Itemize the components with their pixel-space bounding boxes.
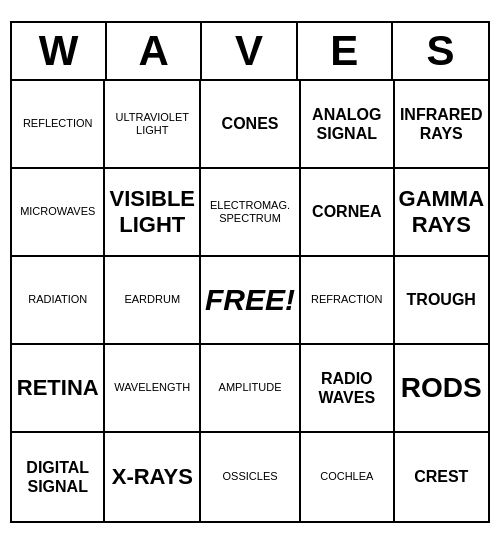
bingo-cell: OSSICLES [201,433,301,521]
bingo-cell: ULTRAVIOLET LIGHT [105,81,201,169]
cell-text: Free! [205,282,295,318]
cell-text: CREST [414,467,468,486]
cell-text: ULTRAVIOLET LIGHT [109,111,195,137]
cell-text: REFLECTION [23,117,93,130]
bingo-grid: REFLECTIONULTRAVIOLET LIGHTCONESANALOG S… [12,81,488,521]
bingo-cell: Free! [201,257,301,345]
bingo-cell: INFRARED RAYS [395,81,488,169]
bingo-cell: CORNEA [301,169,394,257]
bingo-cell: RETINA [12,345,105,433]
bingo-cell: EARDRUM [105,257,201,345]
cell-text: RETINA [17,375,99,401]
bingo-cell: CREST [395,433,488,521]
bingo-cell: RADIO WAVES [301,345,394,433]
cell-text: X-RAYS [112,464,193,490]
bingo-cell: GAMMA RAYS [395,169,488,257]
cell-text: VISIBLE LIGHT [109,186,195,239]
bingo-cell: X-RAYS [105,433,201,521]
cell-text: DIGITAL SIGNAL [16,458,99,496]
bingo-card: WAVES REFLECTIONULTRAVIOLET LIGHTCONESAN… [10,21,490,523]
header-letter: A [107,23,202,79]
bingo-cell: COCHLEA [301,433,394,521]
bingo-cell: MICROWAVES [12,169,105,257]
cell-text: INFRARED RAYS [399,105,484,143]
bingo-cell: ANALOG SIGNAL [301,81,394,169]
cell-text: ELECTROMAG. SPECTRUM [205,199,295,225]
cell-text: TROUGH [407,290,476,309]
cell-text: AMPLITUDE [219,381,282,394]
bingo-cell: AMPLITUDE [201,345,301,433]
bingo-header: WAVES [12,23,488,81]
cell-text: RADIO WAVES [305,369,388,407]
bingo-cell: VISIBLE LIGHT [105,169,201,257]
cell-text: MICROWAVES [20,205,95,218]
cell-text: RODS [401,371,482,405]
header-letter: E [298,23,393,79]
cell-text: REFRACTION [311,293,383,306]
bingo-cell: REFLECTION [12,81,105,169]
bingo-cell: CONES [201,81,301,169]
cell-text: RADIATION [28,293,87,306]
header-letter: V [202,23,297,79]
bingo-cell: DIGITAL SIGNAL [12,433,105,521]
cell-text: COCHLEA [320,470,373,483]
bingo-cell: TROUGH [395,257,488,345]
cell-text: GAMMA RAYS [399,186,484,239]
bingo-cell: WAVELENGTH [105,345,201,433]
bingo-cell: REFRACTION [301,257,394,345]
bingo-cell: ELECTROMAG. SPECTRUM [201,169,301,257]
bingo-cell: RADIATION [12,257,105,345]
bingo-cell: RODS [395,345,488,433]
cell-text: EARDRUM [124,293,180,306]
cell-text: WAVELENGTH [114,381,190,394]
cell-text: CORNEA [312,202,381,221]
header-letter: W [12,23,107,79]
header-letter: S [393,23,488,79]
cell-text: CONES [222,114,279,133]
cell-text: ANALOG SIGNAL [305,105,388,143]
cell-text: OSSICLES [223,470,278,483]
